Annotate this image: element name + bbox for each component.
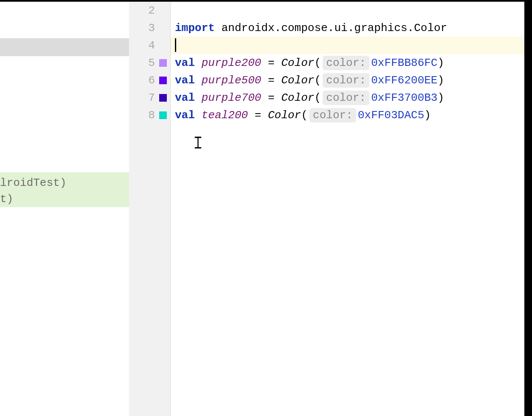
param-hint: color: (323, 91, 369, 105)
color-swatch-icon[interactable] (159, 59, 167, 67)
import-path: androidx.compose.ui.graphics.Color (215, 22, 447, 34)
test-sources-line-2: t) (0, 191, 129, 207)
project-panel[interactable]: lroidTest) t) (0, 2, 129, 416)
code-line[interactable]: val purple200 = Color(color:0xFFBB86FC) (171, 54, 532, 71)
panel-selection-band (0, 38, 129, 56)
line-number: 5 (148, 57, 155, 69)
hex-literal: 0xFFBB86FC (371, 57, 438, 69)
keyword-import: import (175, 22, 215, 34)
code-line[interactable]: import androidx.compose.ui.graphics.Colo… (171, 19, 532, 37)
line-number: 2 (148, 4, 155, 17)
hex-literal: 0xFF3700B3 (371, 91, 438, 104)
param-hint: color: (323, 56, 369, 70)
code-line-current[interactable] (171, 37, 532, 54)
code-editor[interactable]: import androidx.compose.ui.graphics.Colo… (171, 2, 532, 416)
ibeam-cursor-icon: Ꮖ (194, 134, 202, 153)
line-number: 4 (148, 39, 155, 52)
code-line[interactable]: val purple700 = Color(color:0xFF3700B3) (171, 89, 532, 106)
gutter-line[interactable]: 5 (129, 54, 170, 71)
gutter-line[interactable]: 2 (129, 2, 170, 19)
line-number-gutter[interactable]: 2 3 4 5 6 7 8 (129, 2, 171, 416)
gutter-line[interactable]: 3 (129, 19, 170, 37)
color-swatch-icon[interactable] (159, 94, 167, 102)
gutter-line[interactable]: 4 (129, 37, 170, 54)
line-number: 8 (148, 109, 155, 122)
line-number: 6 (148, 74, 155, 87)
keyword-val: val (175, 57, 195, 69)
code-line[interactable]: val teal200 = Color(color:0xFF03DAC5) (171, 106, 532, 124)
hex-literal: 0xFF6200EE (371, 74, 438, 87)
param-hint: color: (309, 108, 356, 123)
line-number: 3 (148, 22, 155, 34)
color-swatch-icon[interactable] (159, 77, 167, 84)
identifier: purple500 (201, 74, 261, 87)
gutter-line[interactable]: 7 (129, 89, 170, 106)
class-name: Color (281, 74, 315, 87)
keyword-val: val (175, 91, 195, 104)
gutter-line[interactable]: 8 (129, 106, 170, 124)
window-edge (524, 2, 532, 416)
color-swatch-icon[interactable] (159, 111, 167, 119)
keyword-val: val (175, 74, 195, 87)
keyword-val: val (175, 109, 195, 122)
class-name: Color (281, 91, 315, 104)
text-caret (175, 38, 176, 52)
test-sources-block: lroidTest) t) (0, 172, 129, 207)
code-line[interactable]: val purple500 = Color(color:0xFF6200EE) (171, 71, 532, 89)
identifier: purple700 (201, 91, 261, 104)
class-name: Color (268, 109, 301, 122)
line-number: 7 (148, 91, 155, 104)
class-name: Color (281, 57, 315, 69)
identifier: purple200 (201, 57, 261, 69)
test-sources-line-1: lroidTest) (0, 175, 129, 191)
param-hint: color: (323, 73, 369, 88)
hex-literal: 0xFF03DAC5 (358, 109, 424, 122)
gutter-line[interactable]: 6 (129, 71, 170, 89)
identifier: teal200 (201, 109, 248, 122)
code-line[interactable] (171, 2, 532, 19)
